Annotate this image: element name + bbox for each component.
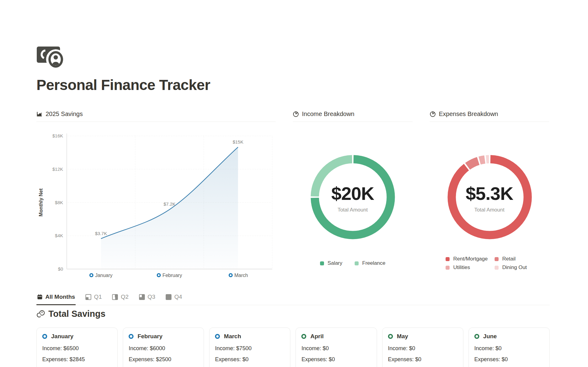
month-name: May (397, 333, 408, 340)
month-name: January (51, 333, 74, 340)
month-card: March Income: $7500 Expenses: $0 Net: $7… (209, 328, 290, 367)
month-cards: January Income: $6500 Expenses: $2845 Ne… (36, 328, 550, 367)
legend-swatch (355, 261, 359, 265)
month-income: Income: $7500 (215, 345, 285, 352)
quarter-2-icon (112, 294, 118, 300)
legend-swatch (320, 261, 324, 265)
svg-text:January: January (95, 273, 112, 278)
legend-swatch (446, 257, 450, 261)
month-name: February (138, 333, 162, 340)
tab-q1[interactable]: Q1 (85, 294, 102, 305)
savings-line-chart: $0$4K$8K$12K$16K$3.7K$7.2K$15KMonthly Ne… (36, 126, 276, 283)
legend-swatch (446, 266, 450, 270)
legend-item[interactable]: Retail (495, 256, 549, 262)
calendar-icon (37, 294, 43, 300)
svg-text:$15K: $15K (233, 139, 243, 144)
page-title: Personal Finance Tracker (36, 77, 550, 93)
expenses-panel-title: Expenses Breakdown (439, 110, 498, 118)
total-savings-heading: Total Savings (36, 309, 550, 319)
svg-text:$8K: $8K (55, 200, 63, 205)
x-legend-item[interactable]: March (229, 273, 248, 278)
legend-item[interactable]: Rent/Mortgage (446, 256, 495, 262)
month-expenses: Expenses: $0 (301, 356, 371, 363)
tab-label: All Months (45, 294, 75, 300)
legend-label: Utilities (453, 264, 470, 271)
svg-text:March: March (234, 273, 248, 278)
pie-chart-icon (293, 111, 299, 117)
charts-row: 2025 Savings $0$4K$8K$12K$16K$3.7K$7.2K$… (36, 110, 550, 284)
tab-label: Q1 (94, 294, 102, 300)
tab-all-months[interactable]: All Months (36, 294, 76, 305)
legend-item[interactable]: Dining Out (495, 264, 549, 271)
legend-label: Retail (502, 256, 515, 262)
legend-label: Freelance (362, 260, 386, 266)
month-income: Income: $0 (301, 345, 371, 352)
x-legend-item[interactable]: January (90, 273, 113, 278)
tab-label: Q3 (148, 294, 155, 300)
legend-label: Salary (328, 260, 342, 266)
legend-label: Rent/Mortgage (453, 256, 488, 262)
month-dot-icon (42, 334, 47, 339)
month-income: Income: $0 (388, 345, 458, 352)
svg-text:$3.7K: $3.7K (95, 231, 107, 236)
tab-label: Q2 (121, 294, 128, 300)
legend-item[interactable]: Salary (320, 260, 342, 266)
tab-q3[interactable]: Q3 (138, 294, 156, 305)
svg-text:$16K: $16K (52, 133, 63, 138)
income-panel-header: Income Breakdown (293, 110, 413, 122)
month-card: April Income: $0 Expenses: $0 Net: $0 (296, 328, 377, 367)
expenses-panel: Expenses Breakdown $5.3K Total Amount Re… (430, 110, 549, 284)
month-card-title: January (42, 333, 112, 340)
month-expenses: Expenses: $2845 (42, 356, 112, 363)
month-card-title: June (474, 333, 544, 340)
month-expenses: Expenses: $2500 (129, 356, 198, 363)
savings-panel-header: 2025 Savings (36, 110, 276, 122)
svg-text:$4K: $4K (55, 233, 63, 238)
income-legend: SalaryFreelance (293, 260, 413, 266)
svg-text:$7.2K: $7.2K (164, 201, 175, 207)
month-card: June Income: $0 Expenses: $0 Net: $0 (469, 328, 550, 367)
legend-label: Dining Out (502, 264, 527, 271)
month-income: Income: $6000 (129, 345, 198, 352)
expenses-legend: Rent/MortgageRetailUtilitiesDining Out (446, 256, 549, 271)
income-panel: Income Breakdown $20K Total Amount Salar… (293, 110, 413, 284)
area-chart-icon (36, 111, 43, 117)
month-card: February Income: $6000 Expenses: $2500 N… (123, 328, 204, 367)
savings-panel: 2025 Savings $0$4K$8K$12K$16K$3.7K$7.2K$… (36, 110, 276, 284)
month-card: January Income: $6500 Expenses: $2845 Ne… (36, 328, 118, 367)
svg-text:$0: $0 (58, 266, 63, 272)
savings-panel-title: 2025 Savings (46, 110, 83, 118)
month-card-title: February (129, 333, 198, 340)
expenses-donut-chart (430, 126, 549, 255)
svg-text:Monthly Net: Monthly Net (38, 188, 43, 216)
svg-text:February: February (162, 273, 182, 278)
month-income: Income: $6500 (42, 345, 112, 352)
month-expenses: Expenses: $0 (474, 356, 544, 363)
total-savings-title: Total Savings (48, 309, 105, 319)
expenses-donut-wrap: $5.3K Total Amount (430, 126, 549, 255)
income-donut-chart (293, 126, 413, 255)
month-expenses: Expenses: $0 (388, 356, 458, 363)
month-dot-icon (129, 334, 134, 339)
month-card-title: April (301, 333, 371, 340)
month-name: March (224, 333, 241, 340)
banknote-coin-icon (36, 42, 66, 69)
expenses-panel-header: Expenses Breakdown (430, 110, 549, 122)
month-dot-icon (388, 334, 393, 339)
legend-item[interactable]: Utilities (446, 264, 495, 271)
month-card: May Income: $0 Expenses: $0 Net: $0 (382, 328, 463, 367)
tab-q4[interactable]: Q4 (165, 294, 183, 305)
legend-item[interactable]: Freelance (355, 260, 386, 266)
tab-q2[interactable]: Q2 (111, 294, 129, 305)
x-legend-item[interactable]: February (157, 273, 182, 278)
legend-swatch (495, 257, 499, 261)
month-dot-icon (301, 334, 306, 339)
quarter-4-icon (166, 294, 172, 300)
income-panel-title: Income Breakdown (302, 110, 354, 118)
pie-chart-icon (430, 111, 436, 117)
period-tabs: All MonthsQ1Q2Q3Q4 (36, 294, 550, 305)
svg-text:$12K: $12K (52, 167, 63, 172)
month-dot-icon (474, 334, 479, 339)
month-dot-icon (215, 334, 220, 339)
month-income: Income: $0 (474, 345, 544, 352)
